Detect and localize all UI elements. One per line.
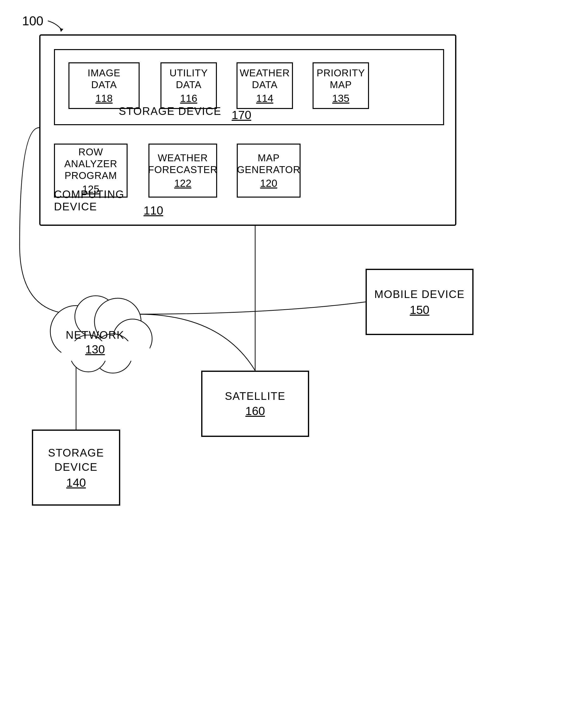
- image-data-number: 118: [95, 93, 113, 104]
- satellite-number: 160: [245, 404, 265, 418]
- weather-data-box: WEATHERDATA 114: [237, 62, 293, 109]
- weather-data-label: WEATHERDATA: [240, 67, 290, 91]
- storage-device-label: STORAGE DEVICE: [119, 105, 221, 117]
- mobile-device-box: MOBILE DEVICE 150: [365, 269, 473, 335]
- utility-data-label: UTILITYDATA: [170, 67, 208, 91]
- priority-map-box: PRIORITYMAP 135: [312, 62, 369, 109]
- weather-data-number: 114: [256, 93, 273, 104]
- computing-device-label: COMPUTINGDEVICE: [54, 188, 124, 213]
- svg-marker-0: [60, 28, 63, 32]
- storage-device-number: 170: [232, 108, 251, 122]
- computing-device-outer-box: IMAGE DATA 118 UTILITYDATA 116 WEATHERDA…: [39, 34, 456, 226]
- utility-data-number: 116: [180, 93, 197, 104]
- mobile-device-label: MOBILE DEVICE: [374, 287, 465, 301]
- mobile-device-number: 150: [410, 303, 429, 317]
- weather-forecaster-label: WEATHERFORECASTER: [148, 152, 218, 175]
- utility-data-box: UTILITYDATA 116: [161, 62, 217, 109]
- storage-device-140-label: STORAGEDEVICE: [48, 446, 104, 474]
- diagram: 100 IMAGE DATA 118 UTILITYDATA 116 WEATH…: [0, 0, 567, 728]
- storage-device-140-number: 140: [66, 476, 86, 489]
- diagram-label: 100: [22, 13, 43, 28]
- weather-forecaster-number: 122: [174, 177, 191, 189]
- satellite-box: SATELLITE 160: [201, 371, 309, 437]
- map-generator-box: MAPGENERATOR 120: [237, 144, 300, 198]
- map-generator-label: MAPGENERATOR: [237, 152, 300, 175]
- weather-forecaster-box: WEATHERFORECASTER 122: [149, 144, 217, 198]
- network-label: NETWORK: [66, 329, 124, 341]
- storage-device-box: IMAGE DATA 118 UTILITYDATA 116 WEATHERDA…: [54, 49, 444, 125]
- image-data-label: IMAGE DATA: [74, 67, 134, 91]
- priority-map-label: PRIORITYMAP: [317, 67, 365, 91]
- computing-device-number: 110: [144, 204, 163, 217]
- map-generator-number: 120: [260, 177, 277, 189]
- network-number: 130: [66, 343, 124, 356]
- priority-map-number: 135: [332, 93, 349, 104]
- satellite-label: SATELLITE: [225, 390, 285, 402]
- network-label-container: NETWORK 130: [66, 329, 124, 356]
- storage-device-140-box: STORAGEDEVICE 140: [32, 430, 120, 506]
- row-analyzer-label: ROW ANALYZERPROGRAM: [59, 146, 122, 181]
- image-data-box: IMAGE DATA 118: [68, 62, 140, 109]
